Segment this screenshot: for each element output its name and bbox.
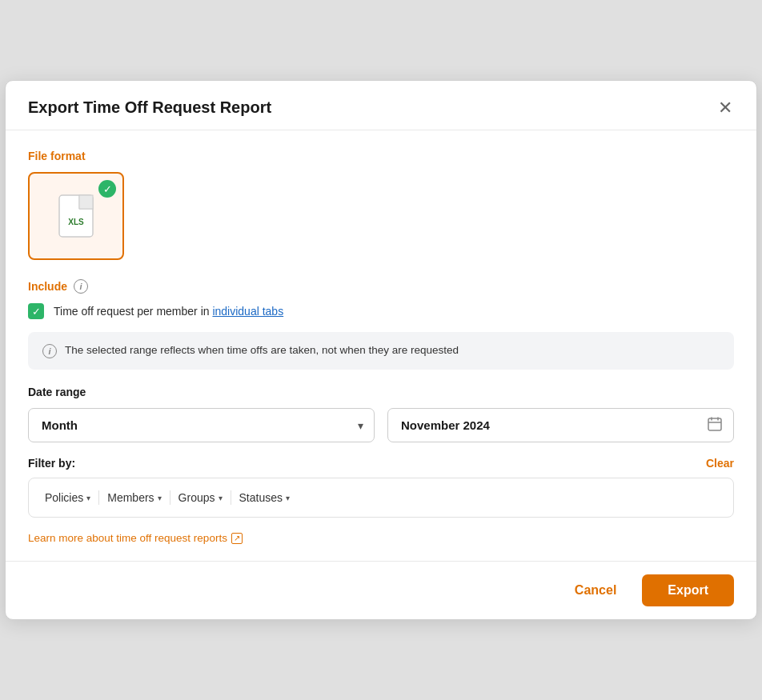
info-box: i The selected range reflects when time … [28,332,734,370]
statuses-label: Statuses [239,491,283,504]
include-checkbox-label: Time off request per member in individua… [54,305,283,318]
selected-check-badge: ✓ [98,180,116,198]
statuses-filter-button[interactable]: Statuses ▾ [238,488,291,507]
export-button[interactable]: Export [642,574,734,606]
policies-dropdown-icon: ▾ [86,494,90,502]
date-range-label: Date range [28,386,734,398]
filter-divider-2 [170,490,170,505]
include-label: Include [28,280,67,293]
close-button[interactable]: ✕ [716,99,734,117]
filter-by-label: Filter by: [28,457,75,470]
svg-text:XLS: XLS [68,218,84,226]
info-box-icon: i [42,344,57,358]
date-range-row: Month Week Custom Range ▾ [28,408,734,442]
include-checkbox-row: ✓ Time off request per member in individ… [28,303,734,319]
include-checkbox[interactable]: ✓ [28,303,44,319]
include-info-icon: i [74,279,88,294]
modal-overlay: Export Time Off Request Report ✕ File fo… [0,0,762,700]
members-label: Members [107,491,154,504]
date-input[interactable] [387,408,734,442]
policies-filter-button[interactable]: Policies ▾ [43,488,92,507]
file-format-label: File format [28,150,734,162]
modal-footer: Cancel Export [6,561,756,619]
date-range-section: Date range Month Week Custom Range ▾ [28,386,734,442]
modal-body: File format ✓ XLS [6,130,756,561]
check-mark: ✓ [32,306,41,317]
filter-bar: Policies ▾ Members ▾ Groups ▾ [28,478,734,518]
statuses-dropdown-icon: ▾ [286,494,290,502]
learn-more-text: Learn more about time off request report… [28,532,227,544]
external-link-icon: ↗ [231,533,243,544]
svg-rect-1 [79,195,93,209]
period-select-wrapper: Month Week Custom Range ▾ [28,408,375,442]
xls-option[interactable]: ✓ XLS [28,172,124,260]
export-modal: Export Time Off Request Report ✕ File fo… [5,80,757,620]
clear-filter-button[interactable]: Clear [706,457,734,470]
groups-filter-button[interactable]: Groups ▾ [177,488,224,507]
groups-label: Groups [178,491,215,504]
cancel-button[interactable]: Cancel [560,575,631,606]
members-filter-button[interactable]: Members ▾ [106,488,162,507]
individual-tabs-link[interactable]: individual tabs [212,305,283,318]
include-section: Include i ✓ Time off request per member … [28,279,734,319]
modal-title: Export Time Off Request Report [28,98,271,117]
filter-header-row: Filter by: Clear [28,457,734,470]
file-format-grid: ✓ XLS [28,172,734,260]
policies-label: Policies [45,491,83,504]
xls-file-icon: XLS [58,194,94,238]
filter-section: Filter by: Clear Policies ▾ Members ▾ [28,457,734,518]
filter-divider-1 [98,490,99,505]
modal-header: Export Time Off Request Report ✕ [6,81,756,130]
file-format-section: File format ✓ XLS [28,150,734,260]
learn-more-link[interactable]: Learn more about time off request report… [28,532,243,544]
date-input-wrapper [387,408,734,442]
groups-dropdown-icon: ▾ [219,494,223,502]
filter-divider-3 [231,490,231,505]
include-header: Include i [28,279,734,294]
period-select[interactable]: Month Week Custom Range [28,408,375,442]
members-dropdown-icon: ▾ [158,494,162,502]
info-box-text: The selected range reflects when time of… [65,343,459,358]
